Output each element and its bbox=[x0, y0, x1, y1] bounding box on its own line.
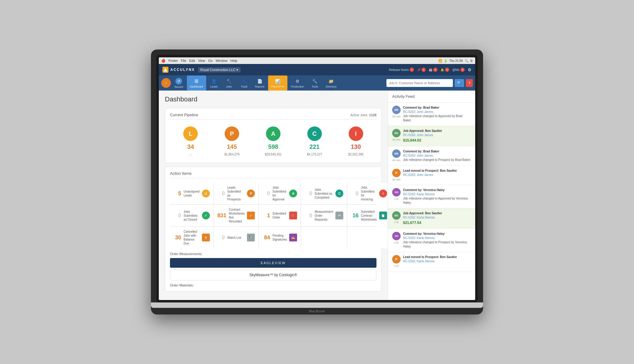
leads-u-icon: U bbox=[202, 190, 210, 197]
worksheets-icon: ✓ bbox=[247, 212, 255, 219]
action-jobs-invoicing[interactable]: 0 Jobs Submitted for Invoicing I bbox=[347, 183, 388, 204]
view-menu[interactable]: View bbox=[198, 59, 205, 63]
release-notes-btn[interactable]: Release Notes 1 bbox=[389, 68, 414, 72]
nav-new[interactable]: + bbox=[161, 78, 171, 88]
header-right: Release Notes 1 📌 1 📅 0 🔔 0 @Me 3 bbox=[389, 67, 472, 72]
action-cancelled-jobs[interactable]: 30 Cancelled Jobs with Balance Due $ bbox=[170, 227, 213, 248]
prospects-number: 145 bbox=[227, 143, 237, 150]
pipeline-leads[interactable]: L 34 - - bbox=[175, 126, 206, 156]
pipeline-approved[interactable]: A 598 $29,643,351 bbox=[258, 126, 288, 156]
action-leads-prospects[interactable]: 0 Leads Submitted as Prospects P bbox=[214, 183, 259, 204]
activity-content-3: Comment by: Brad Baker RC-5263: John Jam… bbox=[403, 149, 471, 162]
wifi-icon: 📶 bbox=[438, 59, 442, 62]
nav-recent[interactable]: ↺ Recent bbox=[171, 75, 186, 91]
avatar-bb2: BB bbox=[392, 149, 401, 158]
order-measurements-section: Order Measurements: EAGLEVIEW SkyMeasure… bbox=[170, 252, 376, 287]
eagleview-button[interactable]: EAGLEVIEW bbox=[170, 258, 376, 268]
avatar-p2: P bbox=[392, 255, 401, 263]
jobs-invoicing-count: 0 bbox=[351, 190, 358, 197]
action-empty-5 bbox=[347, 227, 388, 248]
pending-signatures-label: Pending Signatures bbox=[272, 234, 287, 241]
activity-time-5: 1 hr bbox=[394, 197, 399, 200]
pin-btn[interactable]: 📌 1 bbox=[417, 68, 426, 72]
submitted-worksheets-count: 16 bbox=[351, 212, 358, 219]
action-unassigned-leads[interactable]: 5 Unassigned Leads U bbox=[170, 183, 213, 204]
nav-track[interactable]: 🐾 Track bbox=[237, 75, 251, 91]
edit-menu[interactable]: Edit bbox=[189, 59, 195, 63]
nav-directory[interactable]: 📁 Directory bbox=[323, 75, 340, 91]
help-button[interactable]: ? bbox=[466, 79, 473, 87]
activity-text-3: Comment by: Brad Baker RC-5263: John Jam… bbox=[403, 149, 471, 162]
logo-text: ACCULYNX bbox=[170, 68, 195, 72]
activity-item-8: P 1 hr Lead moved to Prospect: Ben Sautt… bbox=[388, 252, 475, 271]
measurement-requests-count: 0 bbox=[305, 212, 312, 219]
search-input[interactable] bbox=[386, 79, 453, 87]
leads-icon: 👤 bbox=[211, 78, 217, 84]
activity-time-7: 1 hr bbox=[394, 241, 399, 244]
avatar-vh2: VH bbox=[392, 232, 401, 240]
bell-btn[interactable]: 🔔 0 bbox=[440, 68, 449, 72]
action-measurement-requests[interactable]: 0 Measurement Order Requests ✏ bbox=[301, 205, 347, 226]
action-jobs-approval[interactable]: 0 Jobs Submitted for Approval A bbox=[259, 183, 301, 204]
unassigned-leads-label: Unassigned Leads bbox=[184, 190, 200, 197]
pipeline-title: Current Pipeline bbox=[170, 113, 198, 117]
invoicing-circle: I bbox=[349, 126, 363, 141]
watch-list-count: 0 bbox=[217, 235, 225, 241]
pipeline-prospects[interactable]: P 145 $1,854,279 bbox=[217, 126, 247, 156]
activity-item-7: VH 1 hr Comment by: Veronica Haley RC-52… bbox=[388, 229, 475, 252]
avatar-bs1: BS bbox=[392, 129, 401, 137]
action-submitted-worksheets[interactable]: 16 Submitted Contract Worksheets 📋 bbox=[347, 205, 388, 226]
nav-reports[interactable]: 📄 Reports bbox=[252, 75, 268, 91]
action-jobs-closed[interactable]: 0 Jobs Submitted as Closed ✓ bbox=[170, 205, 213, 226]
finder-menu[interactable]: Finder bbox=[168, 59, 178, 63]
search-icon[interactable]: 🔍 bbox=[465, 59, 468, 62]
jobs-completed-label: Jobs Submitted as Completed bbox=[315, 188, 333, 200]
leads-amount: - - bbox=[189, 153, 192, 156]
action-watch-list[interactable]: 0 Watch List 🔭 bbox=[214, 227, 259, 248]
calendar-btn[interactable]: 📅 0 bbox=[429, 68, 437, 72]
doc-icon: 📋 bbox=[379, 212, 387, 219]
nav-leads[interactable]: 👤 Leads bbox=[207, 75, 221, 91]
company-selector[interactable]: Royal Construction LLC ▾ bbox=[198, 67, 241, 72]
action-grid: 5 Unassigned Leads U 0 Leads Submitted a… bbox=[170, 183, 376, 248]
search-button[interactable]: 🔍 bbox=[455, 79, 464, 87]
help-menu[interactable]: Help bbox=[230, 59, 237, 63]
submitted-order-label: Submitted Order bbox=[272, 212, 287, 219]
file-menu[interactable]: File bbox=[181, 59, 186, 63]
avatar-bs2: BS bbox=[392, 211, 401, 220]
pipeline-invoicing[interactable]: I 130 $2,502,396 bbox=[341, 126, 371, 156]
action-jobs-completed[interactable]: 0 Jobs Submitted as Completed C bbox=[301, 183, 347, 204]
activity-feed: Activity Feed BB 38 min Comment by: Brad… bbox=[388, 91, 475, 300]
window-menu[interactable]: Window bbox=[216, 59, 227, 63]
jobs-icon: 🔨 bbox=[226, 78, 232, 84]
activity-text-1: Comment by: Brad Baker RC-5263: John Jam… bbox=[403, 106, 471, 123]
jobs-closed-count: 0 bbox=[174, 212, 181, 219]
nav-dashboard[interactable]: ⊞ Dashboard bbox=[187, 75, 206, 91]
dashboard-icon: ⊞ bbox=[194, 78, 200, 84]
activity-feed-title: Activity Feed bbox=[388, 91, 475, 103]
user-menu[interactable]: @Me 3 bbox=[452, 68, 465, 72]
action-contract-worksheets[interactable]: 831 Contract Worksheets Not Recorded ✓ bbox=[214, 205, 259, 226]
action-pending-signatures[interactable]: 84 Pending Signatures ✍ bbox=[259, 227, 301, 248]
activity-time-6: 1 hr bbox=[394, 221, 399, 224]
menu-icon[interactable]: ☰ bbox=[470, 59, 473, 62]
main-content: Dashboard Current Pipeline Active Jobs: … bbox=[159, 91, 475, 300]
pipeline-closed[interactable]: C 221 $4,175,227 bbox=[299, 126, 330, 156]
prospects-p-icon: P bbox=[247, 190, 255, 197]
page-title: Dashboard bbox=[165, 95, 382, 103]
nav-bar: + ↺ Recent ⊞ Dashboard 👤 Leads 🔨 Jobs bbox=[159, 75, 475, 91]
nav-production[interactable]: ⚙ Production bbox=[288, 75, 307, 91]
activity-item-2: BS 38 min Job Approved: Ben Sautter RC-5… bbox=[388, 126, 475, 146]
apple-menu[interactable]: 🍎 bbox=[161, 59, 165, 63]
eagleview-logo: EAGLEVIEW bbox=[261, 261, 286, 265]
cancelled-jobs-count: 30 bbox=[174, 235, 181, 241]
approved-number: 598 bbox=[268, 143, 278, 150]
go-menu[interactable]: Go bbox=[208, 59, 213, 63]
nav-jobs[interactable]: 🔨 Jobs bbox=[222, 75, 236, 91]
settings-icon[interactable]: ⚙ bbox=[468, 67, 472, 72]
leads-circle: L bbox=[183, 126, 198, 141]
nav-reportsplus[interactable]: 📊 ReportsPlus bbox=[268, 75, 287, 91]
nav-tools[interactable]: 🔧 Tools bbox=[308, 75, 322, 91]
skymeasure-button[interactable]: SkyMeasure™ by Corelogic® bbox=[170, 270, 376, 280]
action-submitted-order[interactable]: 1 Submitted Order 🛒 bbox=[259, 205, 301, 226]
